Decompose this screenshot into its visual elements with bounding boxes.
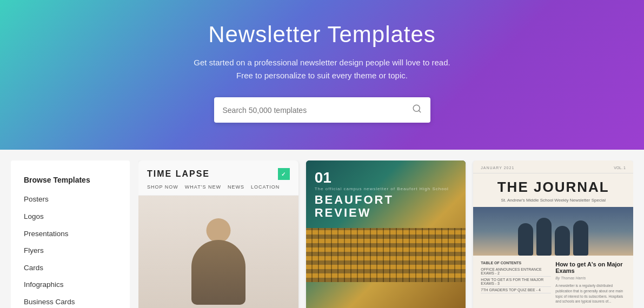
toc-item-3: 7TH GRADERS TOP QUIZ BEE - 4 [481, 287, 551, 293]
sidebar-item-business-cards[interactable]: Business Cards [24, 293, 117, 308]
templates-grid: TIME LAPSE ✓ SHOP NOW WHAT'S NEW NEWS LO… [138, 160, 633, 308]
table-of-contents: TABLE OF CONTENTS OFFICE ANNOUNCES ENTRA… [481, 261, 626, 304]
hero-subtitle: Get started on a professional newsletter… [187, 56, 457, 82]
nav-item-1[interactable]: SHOP NOW [147, 184, 178, 190]
toc-item-2: HOW TO GET A'S FOR THE MAJOR EXAMS - 3 [481, 277, 551, 287]
article-author: By Thomas Harris [555, 276, 626, 280]
figure-body [191, 240, 245, 305]
article-body: A newsletter is a regularly distributed … [555, 283, 626, 304]
card-content: 01 The official campus newsletter of Bea… [306, 160, 466, 228]
nav-item-2[interactable]: WHAT'S NEW [185, 184, 221, 190]
journal-title: THE JOURNAL [473, 173, 633, 198]
sidebar-item-posters[interactable]: Posters [24, 191, 117, 208]
sidebar-item-presentations[interactable]: Presentations [24, 225, 117, 243]
sidebar-item-cards[interactable]: Cards [24, 259, 117, 277]
search-icon [412, 104, 422, 116]
search-bar [214, 97, 430, 123]
card-title: TIME LAPSE ✓ [147, 168, 290, 180]
subtitle-text: The official campus newsletter of Beaufo… [315, 186, 457, 191]
building-windows [306, 228, 466, 282]
svg-line-1 [419, 110, 420, 112]
journal-article: TABLE OF CONTENTS OFFICE ANNOUNCES ENTRA… [473, 256, 633, 308]
student-1 [518, 223, 533, 256]
sidebar-item-flyers[interactable]: Flyers [24, 242, 117, 259]
students-figure [518, 218, 588, 256]
nav-item-3[interactable]: NEWS [228, 184, 244, 190]
toc-header: TABLE OF CONTENTS [481, 261, 551, 265]
template-card-beaufort[interactable]: 01 The official campus newsletter of Bea… [306, 160, 466, 308]
toc-col-left: TABLE OF CONTENTS OFFICE ANNOUNCES ENTRA… [481, 261, 551, 304]
sidebar-item-logos[interactable]: Logos [24, 208, 117, 225]
content-section: Browse Templates Posters Logos Presentat… [0, 150, 644, 308]
article-title: How to get A's on Major Exams [555, 261, 626, 274]
issue-number: 01 [315, 169, 457, 186]
newsletter-date: JANUARY 2021 [481, 166, 514, 170]
card-nav: SHOP NOW WHAT'S NEW NEWS LOCATION [147, 184, 290, 190]
journal-image [473, 207, 633, 256]
hero-section: Newsletter Templates Get started on a pr… [0, 0, 644, 150]
student-3 [555, 226, 570, 256]
search-input[interactable] [223, 106, 412, 115]
card-title-text: TIME LAPSE [147, 169, 210, 179]
card-header: TIME LAPSE ✓ SHOP NOW WHAT'S NEW NEWS LO… [138, 160, 298, 196]
student-2 [536, 218, 552, 256]
nav-item-4[interactable]: LOCATION [251, 184, 280, 190]
building-image [306, 228, 466, 282]
newsletter-vol: VOL. 1 [614, 166, 626, 170]
sidebar-browse-templates[interactable]: Browse Templates [24, 171, 117, 189]
template-card-time-lapse[interactable]: TIME LAPSE ✓ SHOP NOW WHAT'S NEW NEWS LO… [138, 160, 298, 308]
figure-head [206, 218, 230, 243]
template-card-journal[interactable]: JANUARY 2021 VOL. 1 THE JOURNAL St. Andr… [473, 160, 633, 308]
school-name: St. Andrew's Middle School Weekly Newsle… [473, 198, 633, 207]
card-badge: ✓ [278, 168, 290, 180]
page-title: Newsletter Templates [208, 22, 436, 48]
toc-item-1: OFFICE ANNOUNCES ENTRANCE EXAMS - 2 [481, 266, 551, 277]
card-main-title: BEAUFORTREVIEW [315, 193, 457, 219]
sidebar: Browse Templates Posters Logos Presentat… [11, 160, 130, 308]
card-header: JANUARY 2021 VOL. 1 [473, 160, 633, 173]
student-4 [573, 220, 588, 256]
toc-col-right: How to get A's on Major Exams By Thomas … [555, 261, 626, 304]
sidebar-item-infographics[interactable]: Infographics [24, 276, 117, 293]
card-image [138, 196, 298, 308]
